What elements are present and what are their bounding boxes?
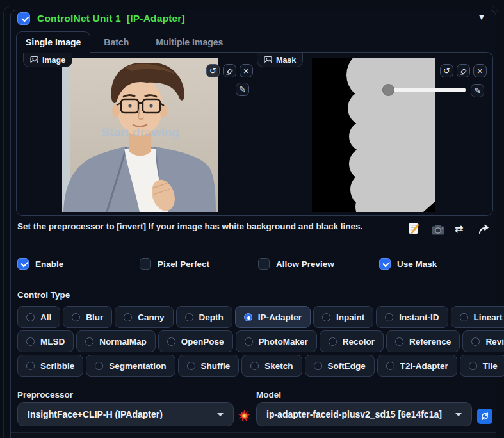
control-type-revision[interactable]: Revision xyxy=(462,330,504,352)
note-edit-icon xyxy=(408,222,420,235)
radio-icon xyxy=(185,313,193,321)
radio-icon xyxy=(245,337,253,346)
eraser-button[interactable] xyxy=(223,64,236,77)
edit-mask-button[interactable]: ✎ xyxy=(471,84,484,97)
chip-label: All xyxy=(40,312,51,322)
control-type-shuffle[interactable]: Shuffle xyxy=(178,355,240,377)
clear-mask-button[interactable]: × xyxy=(473,64,487,77)
tab-multiple-images[interactable]: Multiple Images xyxy=(142,31,236,53)
enable-checkbox[interactable]: Enable xyxy=(17,258,63,270)
chip-label: Revision xyxy=(485,337,504,346)
swap-image-mask-button[interactable]: ⇄ xyxy=(455,223,463,235)
source-image-canvas[interactable]: Start drawing xyxy=(62,58,218,212)
chip-label: Inpaint xyxy=(336,312,364,322)
radio-icon xyxy=(72,313,80,321)
control-type-tile[interactable]: Tile xyxy=(460,355,504,377)
control-type-all[interactable]: All xyxy=(17,306,60,328)
control-type-ip-adapter[interactable]: IP-Adapter xyxy=(235,306,311,328)
chip-label: Canny xyxy=(138,312,164,322)
picture-icon xyxy=(264,56,272,64)
undo-button[interactable]: ↺ xyxy=(206,64,220,77)
control-type-softedge[interactable]: SoftEdge xyxy=(305,355,375,377)
webcam-button[interactable] xyxy=(431,224,445,238)
tab-batch[interactable]: Batch xyxy=(90,31,142,53)
control-type-reference[interactable]: Reference xyxy=(386,330,460,352)
control-type-blur[interactable]: Blur xyxy=(63,306,112,328)
refresh-icon xyxy=(480,411,490,421)
image-chip-label: Image xyxy=(42,56,65,65)
unit-enabled-checkbox[interactable] xyxy=(17,12,30,25)
control-type-recolor[interactable]: Recolor xyxy=(320,330,384,352)
tab-single-image[interactable]: Single Image xyxy=(16,31,90,53)
allow-preview-checkbox[interactable]: Allow Preview xyxy=(258,258,334,270)
control-type-inpaint[interactable]: Inpaint xyxy=(313,306,373,328)
chip-label: SoftEdge xyxy=(328,361,366,371)
control-type-row-2: MLSD NormalMap OpenPose PhotoMaker Recol… xyxy=(17,330,504,352)
use-mask-label: Use Mask xyxy=(397,259,437,269)
image-toolbar: ↺ × xyxy=(206,64,253,77)
preprocessor-hint-text: Set the preprocessor to [invert] If your… xyxy=(17,222,362,231)
pixel-perfect-checkbox[interactable]: Pixel Perfect xyxy=(140,258,209,270)
chip-label: Blur xyxy=(86,312,103,322)
send-dimensions-button[interactable] xyxy=(478,223,490,237)
radio-icon-selected xyxy=(244,313,252,321)
control-type-instant-id[interactable]: Instant-ID xyxy=(376,306,448,328)
brush-size-slider-handle[interactable] xyxy=(382,84,394,96)
eraser-button[interactable] xyxy=(457,64,470,77)
control-type-openpose[interactable]: OpenPose xyxy=(158,330,233,352)
preprocessor-dropdown[interactable]: InsightFace+CLIP-H (IPAdapter) xyxy=(17,402,234,426)
preprocessor-value: InsightFace+CLIP-H (IPAdapter) xyxy=(28,409,211,419)
radio-icon xyxy=(471,337,480,346)
control-type-photomaker[interactable]: PhotoMaker xyxy=(236,330,317,352)
control-type-segmentation[interactable]: Segmentation xyxy=(86,355,175,377)
radio-icon xyxy=(314,362,322,370)
new-canvas-button[interactable] xyxy=(408,222,420,238)
chevron-down-icon xyxy=(455,413,462,416)
control-type-canny[interactable]: Canny xyxy=(115,306,173,328)
control-type-row-3: Scribble Segmentation Shuffle Sketch Sof… xyxy=(17,355,504,377)
control-type-depth[interactable]: Depth xyxy=(176,306,232,328)
radio-icon xyxy=(124,313,132,321)
use-mask-checkbox[interactable]: Use Mask xyxy=(379,258,437,270)
clear-image-button[interactable]: × xyxy=(240,64,253,77)
radio-icon xyxy=(26,362,35,370)
control-type-sketch[interactable]: Sketch xyxy=(241,355,302,377)
mask-canvas[interactable] xyxy=(312,58,435,212)
brush-size-slider-track[interactable] xyxy=(389,88,466,92)
chevron-down-icon xyxy=(217,413,224,416)
radio-icon xyxy=(85,337,93,346)
radio-icon xyxy=(329,337,337,346)
undo-button[interactable]: ↺ xyxy=(440,64,453,77)
control-type-label: Control Type xyxy=(17,290,70,300)
chip-label: Lineart xyxy=(474,312,503,322)
model-dropdown[interactable]: ip-adapter-faceid-plusv2_sd15 [6e14fc1a] xyxy=(256,402,472,426)
mask-toolbar: ↺ × xyxy=(440,64,487,77)
control-type-t2i-adapter[interactable]: T2I-Adapter xyxy=(377,355,457,377)
run-preprocessor-explosion-icon[interactable] xyxy=(238,410,250,422)
checkbox-icon xyxy=(17,258,29,270)
control-type-scribble[interactable]: Scribble xyxy=(17,355,83,377)
image-upload-chip[interactable]: Image xyxy=(23,53,72,67)
chip-label: NormalMap xyxy=(99,337,147,346)
control-type-normalmap[interactable]: NormalMap xyxy=(76,330,156,352)
mask-upload-chip[interactable]: Mask xyxy=(257,53,303,67)
control-type-mlsd[interactable]: MLSD xyxy=(17,330,74,352)
edit-image-button[interactable]: ✎ xyxy=(236,83,249,96)
mask-chip-label: Mask xyxy=(276,56,296,65)
collapse-accordion-icon[interactable]: ▼ xyxy=(477,12,486,22)
control-type-lineart[interactable]: Lineart xyxy=(451,306,504,328)
unit-title: ControlNet Unit 1 [IP-Adapter] xyxy=(37,13,185,24)
radio-icon xyxy=(250,362,259,370)
watermark-text: Start drawing xyxy=(101,126,179,139)
refresh-models-button[interactable] xyxy=(477,409,492,424)
radio-icon xyxy=(469,362,477,370)
radio-icon xyxy=(460,313,468,321)
chip-label: PhotoMaker xyxy=(259,337,308,346)
single-image-tab-panel: Image xyxy=(16,52,493,216)
radio-icon xyxy=(187,362,195,370)
chip-label: Reference xyxy=(409,337,451,346)
chip-label: Tile xyxy=(483,361,498,371)
chip-label: Depth xyxy=(199,312,224,322)
picture-icon xyxy=(30,56,38,64)
controlnet-extension-panel: ControlNet Unit 1 [IP-Adapter] ▼ Single … xyxy=(0,0,504,438)
